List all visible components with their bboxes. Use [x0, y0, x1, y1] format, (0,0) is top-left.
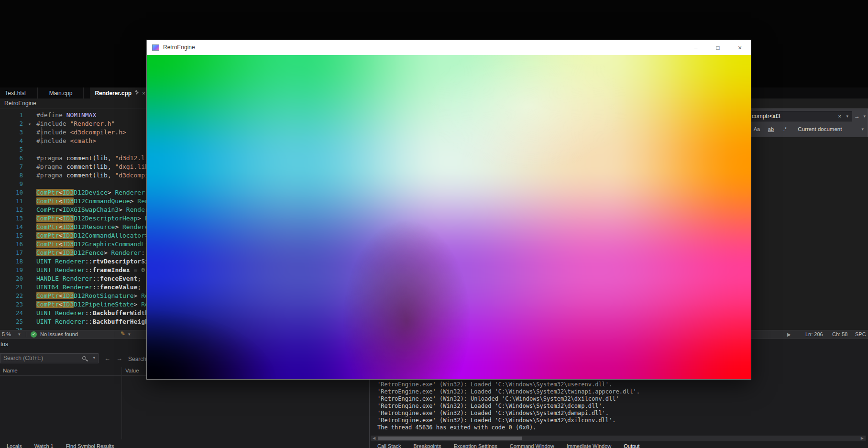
- code-seg: D12Resource: [74, 223, 115, 230]
- line-number: 24: [0, 309, 23, 317]
- minimize-button[interactable]: –: [685, 40, 707, 55]
- code-seg: UINT: [36, 258, 51, 265]
- render-viewport: [147, 55, 751, 379]
- panel-tab-breakpoints[interactable]: Breakpoints: [414, 443, 441, 448]
- code-seg: HANDLE: [36, 275, 59, 282]
- column-header-value[interactable]: Value: [125, 368, 139, 373]
- code-seg: NOMINMAX: [66, 111, 97, 119]
- code-seg: ComPtr: [36, 215, 59, 222]
- column-divider[interactable]: [121, 367, 122, 439]
- panel-tab-command-window[interactable]: Command Window: [510, 443, 554, 448]
- maximize-button[interactable]: □: [707, 40, 729, 55]
- code-seg: ID3: [63, 301, 74, 308]
- output-line: 'RetroEngine.exe' (Win32): Loaded 'C:\Wi…: [377, 403, 640, 410]
- close-button[interactable]: ×: [729, 40, 751, 55]
- prev-arrow-icon[interactable]: ←: [104, 355, 110, 362]
- fold-icon[interactable]: ▾: [23, 120, 36, 129]
- tab-label: Main.cpp: [49, 90, 73, 97]
- spaces-indicator[interactable]: SPC: [855, 331, 866, 338]
- pen-icon[interactable]: ✎: [121, 330, 125, 338]
- line-number: 20: [0, 274, 23, 283]
- clear-search-icon[interactable]: ×: [838, 112, 841, 121]
- code-seg: UINT: [36, 266, 51, 273]
- output-line: 'RetroEngine.exe' (Win32): Unloaded 'C:\…: [377, 395, 640, 403]
- panel-tab-output[interactable]: Output: [624, 443, 639, 448]
- chevron-down-icon[interactable]: ▾: [861, 127, 864, 131]
- line-number: 5: [0, 145, 23, 154]
- find-next-icon[interactable]: →: [854, 111, 860, 121]
- code-seg: <: [59, 189, 63, 196]
- tab-main-cpp[interactable]: Main.cpp: [38, 87, 84, 98]
- tab-renderer-cpp[interactable]: Renderer.cpp ×: [90, 87, 151, 98]
- code-seg: ComPtr: [36, 301, 59, 308]
- code-seg: <: [59, 223, 63, 230]
- scroll-left-arrow[interactable]: ◀: [373, 436, 375, 441]
- line-number: 4: [0, 137, 23, 145]
- code-seg: comment(lib,: [66, 154, 115, 162]
- match-case-toggle[interactable]: Aa: [752, 125, 762, 133]
- find-input[interactable]: comptr<id3 × ▾: [748, 111, 852, 121]
- editor-scroll-right-icon[interactable]: ▶: [787, 331, 791, 338]
- breadcrumb-item[interactable]: RetroEngine: [4, 100, 36, 107]
- panel-tab-locals[interactable]: Locals: [7, 443, 22, 448]
- chevron-down-icon[interactable]: ▾: [93, 355, 95, 360]
- close-icon[interactable]: ×: [142, 90, 145, 96]
- code-seg: [51, 309, 55, 317]
- code-seg: [51, 318, 55, 325]
- code-seg: ID3: [63, 215, 74, 222]
- code-seg: fenceEvent: [100, 275, 137, 282]
- code-seg: >: [137, 215, 145, 222]
- panel-tab-watch-1[interactable]: Watch 1: [34, 443, 54, 448]
- watch-search-input[interactable]: Search (Ctrl+E) ▾: [0, 353, 99, 363]
- code-seg: <: [59, 215, 63, 222]
- zoom-level[interactable]: 5 %: [2, 331, 11, 338]
- issues-status[interactable]: No issues found: [40, 331, 78, 338]
- chevron-down-icon[interactable]: ▾: [863, 111, 866, 121]
- code-seg: Renderer: [55, 318, 85, 325]
- search-scope-dropdown[interactable]: Current document: [798, 126, 842, 132]
- line-number: 1: [0, 111, 23, 120]
- tab-label: Test.hlsl: [5, 90, 25, 97]
- code-seg: Renderer: [115, 189, 145, 196]
- panel-tab-immediate-window[interactable]: Immediate Window: [567, 443, 612, 448]
- panel-tab-find-symbol-results[interactable]: Find Symbol Results: [66, 443, 114, 448]
- app-icon: [152, 44, 159, 51]
- next-arrow-icon[interactable]: →: [116, 355, 122, 362]
- code-seg: [51, 266, 55, 273]
- chevron-down-icon[interactable]: ▾: [846, 112, 848, 121]
- scroll-right-arrow[interactable]: ▶: [861, 436, 864, 441]
- code-seg: Renderer: [55, 258, 85, 265]
- code-text: UINT Renderer::rtvDescriptorSize;: [36, 258, 160, 265]
- code-seg: <: [59, 232, 63, 239]
- line-number: 25: [0, 317, 23, 326]
- regex-toggle[interactable]: .*: [780, 125, 790, 133]
- window-title-bar[interactable]: RetroEngine – □ ×: [147, 40, 751, 55]
- pin-icon[interactable]: [134, 90, 139, 96]
- code-seg: UINT64: [36, 284, 59, 291]
- output-lines[interactable]: 'RetroEngine.exe' (Win32): Loaded 'C:\Wi…: [377, 381, 640, 431]
- autos-tabs: LocalsWatch 1Find Symbol Results: [0, 441, 369, 448]
- line-number: 9: [0, 180, 23, 188]
- code-seg: ID3: [63, 232, 74, 239]
- horizontal-scrollbar[interactable]: ◀ ▶: [371, 436, 866, 441]
- panel-tab-call-stack[interactable]: Call Stack: [377, 443, 401, 448]
- code-seg: <: [59, 197, 63, 205]
- chevron-down-icon[interactable]: ▾: [128, 331, 131, 338]
- code-text: #include "Renderer.h": [36, 120, 115, 127]
- column-header-name[interactable]: Name: [3, 368, 18, 373]
- tab-test-hlsl[interactable]: Test.hlsl: [0, 87, 38, 98]
- output-line: 'RetroEngine.exe' (Win32): Loaded 'C:\Wi…: [377, 417, 640, 424]
- code-seg: >: [104, 249, 111, 256]
- line-number: 26: [0, 326, 23, 330]
- line-number: 8: [0, 171, 23, 180]
- code-seg: BackbufferWidth: [92, 309, 148, 317]
- code-seg: #pragma: [36, 154, 66, 162]
- scrollbar-thumb[interactable]: [378, 437, 522, 440]
- chevron-down-icon[interactable]: ▾: [18, 331, 21, 338]
- panel-tab-exception-settings[interactable]: Exception Settings: [454, 443, 497, 448]
- code-seg: ID3: [63, 249, 74, 256]
- indent-guide: [41, 127, 42, 144]
- code-text: UINT Renderer::frameIndex = 0;: [36, 266, 149, 273]
- whole-word-toggle[interactable]: ab: [766, 125, 776, 133]
- health-check-icon[interactable]: ✓: [31, 331, 37, 338]
